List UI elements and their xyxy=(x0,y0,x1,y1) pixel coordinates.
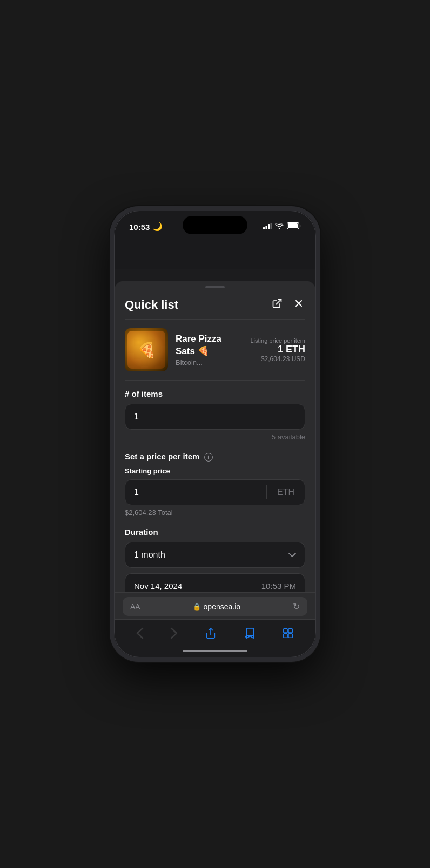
nft-price-eth: 1 ETH xyxy=(251,344,306,355)
available-hint: 5 available xyxy=(125,433,305,441)
items-label: # of items xyxy=(125,389,305,398)
bookmarks-button[interactable] xyxy=(239,625,260,641)
nft-price-label: Listing price per item xyxy=(251,337,306,344)
nft-image: 🍕 xyxy=(125,328,168,371)
wifi-icon xyxy=(275,223,284,231)
back-button[interactable] xyxy=(132,625,148,641)
tabs-button[interactable] xyxy=(278,625,298,641)
home-indicator xyxy=(114,645,316,657)
price-input[interactable] xyxy=(125,480,266,505)
signal-icon xyxy=(263,223,272,231)
svg-rect-1 xyxy=(266,226,267,229)
nft-name: Rare Pizza Sats 🍕 xyxy=(176,333,243,357)
duration-label: Duration xyxy=(125,527,305,537)
safari-nav xyxy=(114,619,316,645)
bottom-sheet: Quick list xyxy=(114,281,316,657)
svg-rect-11 xyxy=(288,629,292,633)
share-button[interactable] xyxy=(200,625,221,641)
dynamic-island xyxy=(183,216,247,234)
price-total: $2,604.23 Total xyxy=(125,508,305,517)
sheet-header: Quick list xyxy=(114,288,316,319)
sheet-header-icons xyxy=(271,297,305,313)
svg-rect-13 xyxy=(288,634,292,638)
svg-rect-0 xyxy=(263,227,265,229)
phone-frame: 10:53 🌙 xyxy=(110,206,320,662)
svg-rect-2 xyxy=(268,224,270,229)
nft-subtitle: Bitcoin... xyxy=(176,358,243,367)
date-row: Nov 14, 2024 10:53 PM xyxy=(125,573,305,592)
nft-price-usd: $2,604.23 USD xyxy=(251,355,306,363)
nft-info: Rare Pizza Sats 🍕 Bitcoin... xyxy=(176,333,243,366)
open-external-button[interactable] xyxy=(271,297,284,313)
info-icon[interactable]: i xyxy=(204,453,213,462)
moon-icon: 🌙 xyxy=(152,222,163,232)
svg-rect-5 xyxy=(288,223,298,228)
expiry-time: 10:53 PM xyxy=(261,581,296,591)
svg-rect-12 xyxy=(284,634,287,638)
items-input[interactable] xyxy=(125,404,305,430)
pizza-icon: 🍕 xyxy=(137,341,156,359)
svg-rect-10 xyxy=(284,629,287,633)
currency-selector[interactable]: ETH xyxy=(267,480,305,505)
address-bar[interactable]: AA 🔒 opensea.io ↻ xyxy=(123,597,307,616)
chevron-down-icon xyxy=(288,551,296,559)
clock: 10:53 xyxy=(129,222,150,232)
forward-button[interactable] xyxy=(166,625,182,641)
close-button[interactable] xyxy=(292,297,305,313)
nft-divider xyxy=(125,380,305,381)
reload-button[interactable]: ↻ xyxy=(293,601,300,612)
svg-line-6 xyxy=(276,300,281,304)
expiry-date: Nov 14, 2024 xyxy=(134,581,182,591)
browser-bar: AA 🔒 opensea.io ↻ xyxy=(114,592,316,619)
sheet-title: Quick list xyxy=(125,298,178,312)
starting-price-label: Starting price xyxy=(125,467,305,475)
aa-button[interactable]: AA xyxy=(130,602,140,611)
status-icons xyxy=(263,222,301,231)
price-input-row: ETH xyxy=(125,479,305,505)
status-time: 10:53 🌙 xyxy=(129,222,163,232)
nft-row: 🍕 Rare Pizza Sats 🍕 Bitcoin... Listing p… xyxy=(125,328,305,371)
home-bar xyxy=(183,650,247,652)
duration-dropdown[interactable]: 1 month xyxy=(125,542,305,568)
battery-icon xyxy=(287,222,301,231)
browser-url: opensea.io xyxy=(204,602,241,611)
nft-price: Listing price per item 1 ETH $2,604.23 U… xyxy=(251,337,306,363)
svg-rect-3 xyxy=(271,223,272,229)
sheet-content: 🍕 Rare Pizza Sats 🍕 Bitcoin... Listing p… xyxy=(114,320,316,592)
price-section-label: Set a price per item i xyxy=(125,452,305,462)
url-area: 🔒 opensea.io xyxy=(193,602,241,611)
duration-value: 1 month xyxy=(134,550,165,560)
lock-icon: 🔒 xyxy=(193,603,201,611)
